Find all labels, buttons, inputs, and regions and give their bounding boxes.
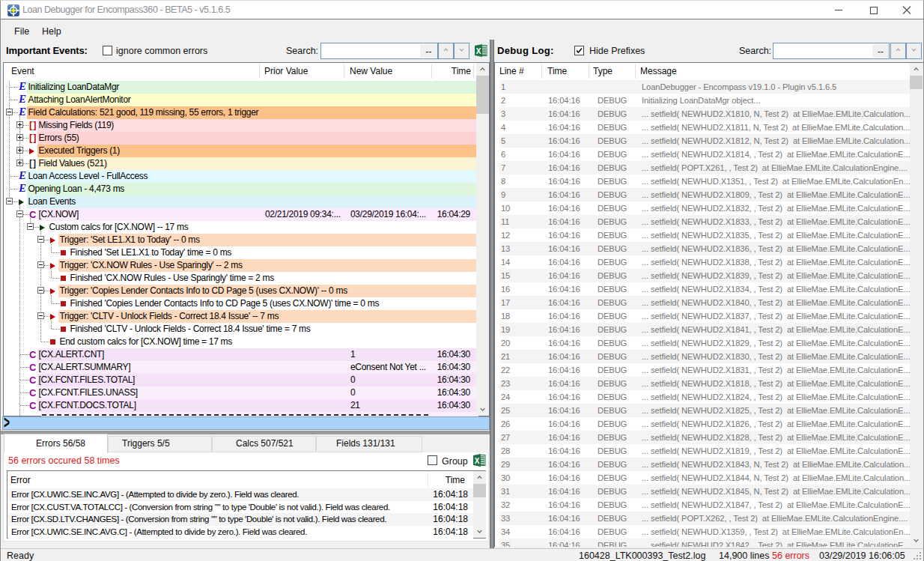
svg-text:X: X [475, 457, 480, 465]
svg-text:X: X [476, 47, 481, 55]
